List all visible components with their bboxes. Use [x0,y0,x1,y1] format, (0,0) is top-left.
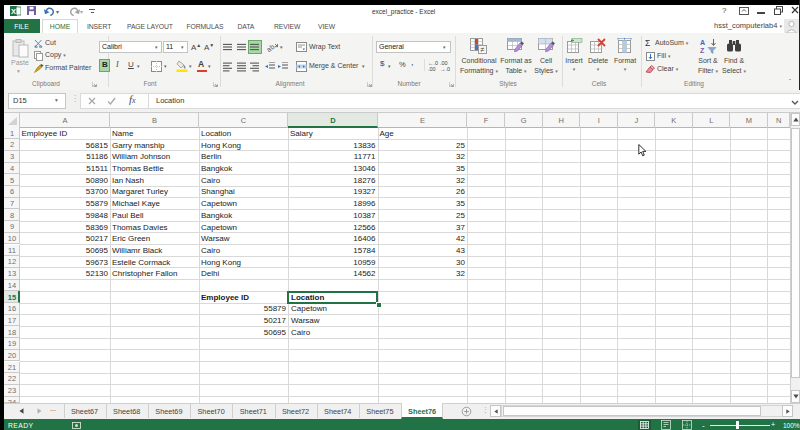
svg-text:≠: ≠ [481,46,485,53]
svg-text:X: X [11,7,16,16]
svg-text:Z: Z [700,47,705,54]
svg-text:ab: ab [266,43,276,53]
svg-text:A: A [700,39,705,46]
